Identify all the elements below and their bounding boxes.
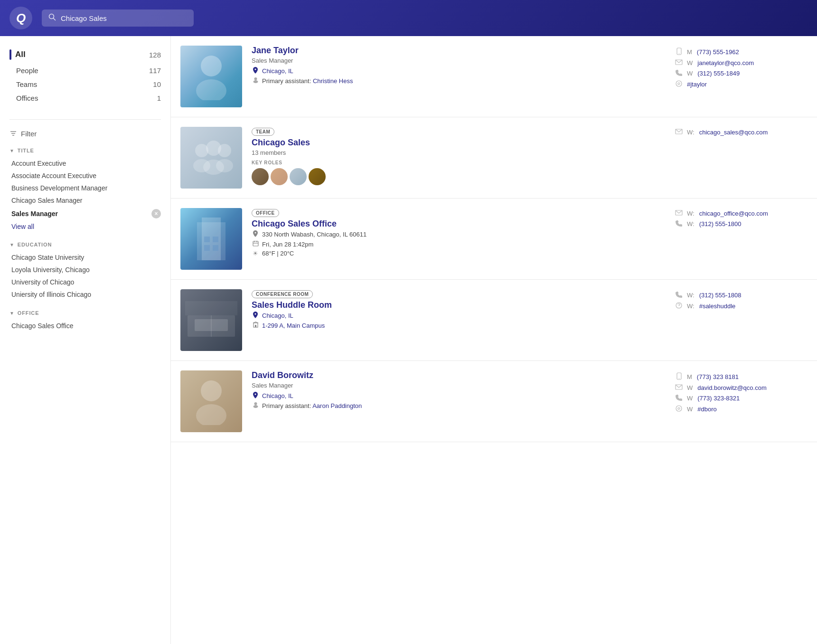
svg-rect-27 [253, 241, 258, 246]
filter-chicago-state[interactable]: Chicago State University [9, 251, 161, 264]
filter-sales-manager[interactable]: Sales Manager × [9, 207, 161, 221]
team-email-value[interactable]: chicago_sales@qco.com [699, 129, 768, 136]
assistant-link[interactable]: Christine Hess [313, 77, 353, 85]
sidebar-item-people[interactable]: People 117 [9, 64, 161, 77]
office-meta: 330 North Wabash, Chicago, IL 60611 Fri,… [252, 230, 665, 257]
filter-toggle[interactable]: Filter [0, 124, 170, 143]
room-campus[interactable]: 1-299 A, Main Campus [262, 322, 325, 329]
team-name[interactable]: Chicago Sales [252, 138, 665, 148]
person-name[interactable]: David Borowitz [252, 370, 665, 380]
contact-mobile: M (773) 555-1962 [675, 47, 808, 57]
contact-email-value[interactable]: janetaylor@qco.com [697, 59, 754, 66]
sidebar-divider [9, 119, 161, 120]
teams-label: Teams [16, 80, 37, 88]
room-city[interactable]: Chicago, IL [262, 312, 293, 319]
location-value[interactable]: Chicago, IL [262, 67, 293, 75]
contact-handle-value[interactable]: #jtaylor [687, 81, 707, 88]
person-meta: Chicago, IL Primary assistant: Aaron Pad… [252, 392, 665, 409]
skype-icon [675, 302, 683, 310]
key-roles-label: KEY ROLES [252, 160, 665, 165]
role-avatar-2[interactable] [271, 168, 288, 185]
svg-point-10 [678, 53, 679, 54]
room-phone-value[interactable]: (312) 555-1808 [699, 292, 742, 299]
education-section-header[interactable]: ▼ EDUCATION [9, 242, 161, 247]
contact-mobile-value[interactable]: (773) 555-1962 [697, 48, 739, 56]
svg-rect-37 [255, 325, 256, 327]
office-info: OFFICE Chicago Sales Office 330 North Wa… [252, 208, 665, 257]
svg-rect-24 [213, 237, 218, 242]
filter-account-executive[interactable]: Account Executive [9, 157, 161, 170]
contact-type-label: W: [687, 210, 695, 217]
filter-associate-account-executive[interactable]: Associate Account Executive [9, 170, 161, 182]
role-avatar-3[interactable] [290, 168, 307, 185]
phone-icon [675, 220, 683, 228]
role-avatar-4[interactable] [309, 168, 326, 185]
location-value[interactable]: Chicago, IL [262, 392, 293, 399]
filter-chicago-sales-office[interactable]: Chicago Sales Office [9, 320, 161, 332]
svg-point-42 [254, 402, 257, 405]
office-weather: 68°F | 20°C [262, 250, 294, 257]
svg-rect-26 [213, 245, 218, 251]
sidebar-item-teams[interactable]: Teams 10 [9, 77, 161, 91]
filter-business-development-manager[interactable]: Business Development Manager [9, 182, 161, 194]
search-input[interactable] [61, 14, 187, 22]
office-name[interactable]: Chicago Sales Office [252, 219, 665, 229]
office-phone-value[interactable]: (312) 555-1800 [699, 220, 742, 227]
sidebar-item-offices[interactable]: Offices 1 [9, 91, 161, 105]
search-bar[interactable] [42, 9, 194, 27]
svg-point-40 [201, 380, 222, 401]
sidebar-counts: All 128 People 117 Teams 10 Offices 1 [0, 46, 170, 114]
result-card-chicago-sales-team: TEAM Chicago Sales 13 members KEY ROLES … [171, 117, 817, 199]
contact-type-label: W [687, 406, 693, 413]
contact-phone-value[interactable]: (773) 323-8321 [697, 395, 740, 402]
person-photo-jane [180, 46, 242, 107]
office-address: 330 North Wabash, Chicago, IL 60611 [262, 231, 366, 238]
contact-email: W david.borowitz@qco.com [675, 384, 808, 391]
mobile-icon [675, 372, 683, 381]
svg-point-41 [196, 404, 226, 425]
room-name[interactable]: Sales Huddle Room [252, 300, 665, 310]
key-roles-avatars [252, 168, 665, 185]
person-contacts-jane: M (773) 555-1962 W janetaylor@qco.com W … [675, 46, 808, 88]
room-handle-value[interactable]: #saleshuddle [699, 303, 736, 310]
filter-chicago-sales-manager[interactable]: Chicago Sales Manager [9, 194, 161, 207]
contact-email-value[interactable]: david.borowitz@qco.com [697, 384, 766, 391]
contact-type-label: W [687, 59, 693, 66]
contact-phone-value[interactable]: (312) 555-1849 [697, 70, 740, 77]
contact-phone: W (773) 323-8321 [675, 394, 808, 402]
offices-label: Offices [16, 94, 38, 102]
person-title: Sales Manager [252, 57, 665, 64]
assistant-text: Primary assistant: Christine Hess [262, 77, 353, 85]
contact-mobile-value[interactable]: (773) 323 8181 [697, 373, 739, 380]
svg-point-13 [678, 83, 680, 85]
office-phone: W: (312) 555-1800 [675, 220, 808, 228]
filter-u-chicago[interactable]: University of Chicago [9, 276, 161, 288]
office-weather-row: ☀ 68°F | 20°C [252, 250, 665, 257]
view-all-link[interactable]: View all [9, 221, 161, 232]
office-section-header[interactable]: ▼ OFFICE [9, 310, 161, 316]
role-avatar-1[interactable] [252, 168, 269, 185]
remove-filter-button[interactable]: × [151, 209, 161, 218]
contact-handle-value[interactable]: #dboro [697, 406, 716, 413]
filter-label: Filter [21, 130, 37, 138]
svg-point-48 [678, 407, 680, 409]
sidebar-item-all[interactable]: All 128 [9, 46, 161, 64]
filter-loyola[interactable]: Loyola University, Chicago [9, 264, 161, 276]
assistant-link[interactable]: Aaron Paddington [312, 402, 362, 409]
room-badge: CONFERENCE ROOM [252, 290, 313, 298]
svg-point-5 [201, 56, 222, 76]
team-photo [180, 127, 242, 189]
svg-rect-35 [185, 301, 237, 315]
office-badge: OFFICE [252, 209, 279, 217]
person-name[interactable]: Jane Taylor [252, 46, 665, 56]
office-email-value[interactable]: chicago_office@qco.com [699, 210, 768, 217]
sidebar: All 128 People 117 Teams 10 Offices 1 [0, 36, 171, 644]
assistant-row: Primary assistant: Aaron Paddington [252, 402, 665, 409]
title-section-header[interactable]: ▼ TITLE [9, 148, 161, 153]
team-members: 13 members [252, 149, 665, 156]
result-card-sales-huddle: CONFERENCE ROOM Sales Huddle Room Chicag… [171, 280, 817, 361]
app-logo: Q [9, 7, 32, 29]
filter-u-illinois[interactable]: Uniersity of Illinois Chicago [9, 288, 161, 301]
all-label: All [15, 50, 26, 59]
main-content: All 128 People 117 Teams 10 Offices 1 [0, 36, 817, 644]
